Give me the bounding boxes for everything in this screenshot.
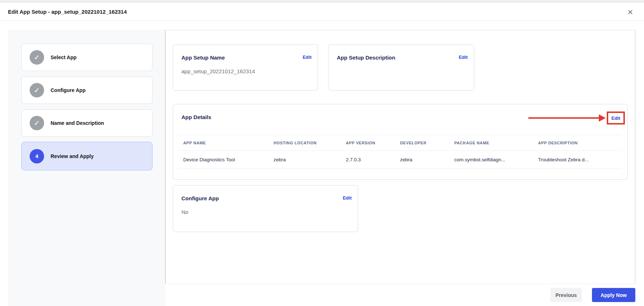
column-header: HOSTING LOCATION [268,135,340,151]
app-details-card: App Details Edit APP NAME HOSTING LOCATI… [173,104,628,180]
wizard-steps-sidebar: ✓ Select App ✓ Configure App ✓ Name and … [8,30,165,306]
previous-button[interactable]: Previous [550,288,582,302]
app-setup-name-card: App Setup Name Edit app_setup_20221012_1… [173,44,318,91]
check-icon: ✓ [30,116,44,130]
modal-title: Edit App Setup - app_setup_20221012_1623… [8,3,127,21]
edit-app-details-link[interactable]: Edit [611,115,621,121]
modal-header: Edit App Setup - app_setup_20221012_1623… [0,3,644,21]
sidebar-item-select-app[interactable]: ✓ Select App [21,44,153,71]
table-row: Device Diagnostics Tool zebra 2.7.0.3 ze… [177,151,622,169]
card-title: App Setup Name [181,54,225,61]
app-details-table: APP NAME HOSTING LOCATION APP VERSION DE… [177,135,622,169]
apply-now-button[interactable]: Apply Now [592,288,635,302]
step-label: Name and Description [51,120,104,126]
app-version-cell: 2.7.0.3 [340,151,394,169]
column-header: APP VERSION [340,135,394,151]
edit-configure-app-link[interactable]: Edit [343,195,352,201]
step-label: Review and Apply [51,153,94,159]
edit-app-setup-name-link[interactable]: Edit [302,54,312,60]
app-name-cell: Device Diagnostics Tool [177,151,268,169]
check-icon: ✓ [30,50,44,65]
annotation-arrow-icon [599,114,606,122]
card-title: App Details [181,114,211,120]
app-description-cell: Troubleshoot Zebra d... [532,151,622,169]
column-header: APP DESCRIPTION [532,135,622,151]
sidebar-item-name-and-description[interactable]: ✓ Name and Description [21,109,153,137]
review-panel: App Setup Name Edit app_setup_20221012_1… [165,30,635,284]
check-icon: ✓ [30,83,44,97]
table-header-row: APP NAME HOSTING LOCATION APP VERSION DE… [177,135,622,151]
column-header: DEVELOPER [394,135,448,151]
edit-app-setup-description-link[interactable]: Edit [459,54,468,60]
column-header: APP NAME [177,135,268,151]
step-number-badge: 4 [30,149,44,163]
package-name-cell: com.symbol.selfdiagn... [448,151,532,169]
annotation-arrow-line [528,117,599,119]
close-icon[interactable]: ✕ [626,8,635,17]
hosting-location-cell: zebra [268,151,340,169]
annotation-highlight-box: Edit [607,112,625,124]
step-label: Configure App [51,87,86,93]
developer-cell: zebra [394,151,448,169]
card-title: App Setup Description [337,54,395,61]
app-setup-description-value [329,61,474,68]
sidebar-item-review-and-apply[interactable]: 4 Review and Apply [21,142,153,170]
configure-app-card: Configure App Edit No [173,185,358,232]
sidebar-item-configure-app[interactable]: ✓ Configure App [21,76,153,104]
configure-app-value: No [173,201,358,215]
page-background-strip [0,0,644,3]
app-setup-name-value: app_setup_20221012_162314 [173,61,318,74]
step-label: Select App [51,54,77,60]
card-title: Configure App [181,195,219,201]
column-header: PACKAGE NAME [448,135,532,151]
app-setup-description-card: App Setup Description Edit [328,44,474,91]
